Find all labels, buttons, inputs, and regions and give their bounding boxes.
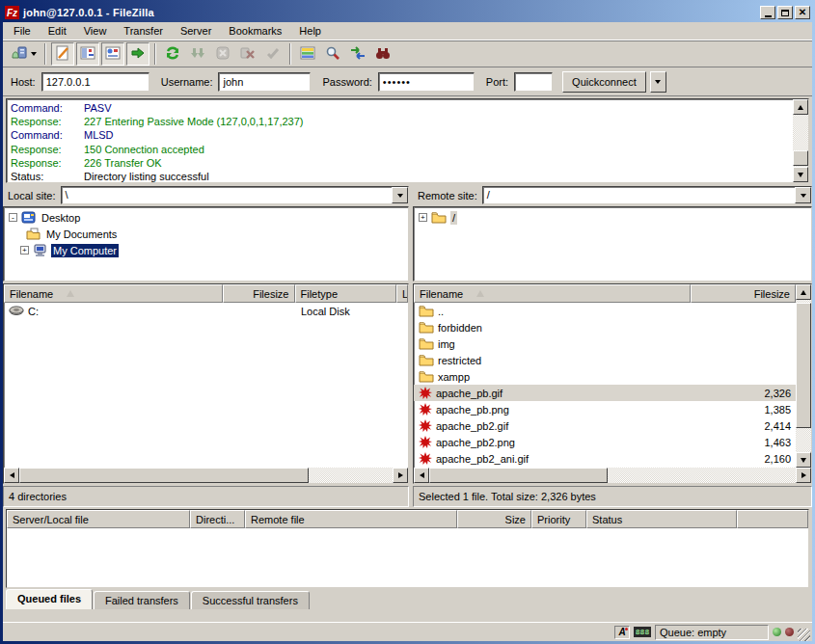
site-manager-button[interactable] [7, 42, 40, 66]
maximize-button[interactable] [777, 6, 793, 19]
quickconnect-button[interactable]: Quickconnect [562, 71, 646, 93]
site-manager-dropdown-icon [31, 52, 37, 56]
remote-file-row[interactable]: apache_pb2_ani.gif 2,160 [414, 450, 796, 467]
column-header-filesize[interactable]: Filesize [691, 284, 796, 303]
speed-limit-indicator-icon[interactable]: 888 [634, 627, 651, 637]
scrollbar-thumb[interactable] [796, 303, 811, 428]
column-header-size[interactable]: Size [457, 510, 531, 528]
remote-horizontal-scrollbar[interactable] [414, 468, 811, 483]
scrollbar-track[interactable] [429, 468, 796, 483]
local-site-dropdown-button[interactable] [392, 187, 408, 203]
tab-failed-transfers[interactable]: Failed transfers [94, 591, 190, 609]
disconnect-button[interactable] [236, 42, 259, 66]
message-log-toggle-button[interactable] [51, 42, 74, 66]
tree-item-desktop[interactable]: - Desktop [9, 209, 407, 226]
menu-server[interactable]: Server [172, 23, 220, 39]
scrollbar-track[interactable] [793, 115, 808, 167]
directory-comparison-button[interactable] [296, 42, 319, 66]
tree-item-my-documents[interactable]: My Documents [26, 226, 407, 242]
column-header-filesize[interactable]: Filesize [223, 284, 295, 303]
remote-treeview-icon [105, 45, 121, 63]
menu-bookmarks[interactable]: Bookmarks [220, 23, 290, 39]
column-header-remote-file[interactable]: Remote file [245, 510, 457, 528]
expand-icon[interactable]: + [419, 213, 427, 222]
queue-body[interactable] [7, 528, 808, 587]
arrow-down-icon [798, 173, 803, 177]
resize-grip[interactable] [798, 629, 810, 641]
cancel-button[interactable] [211, 42, 234, 66]
tab-successful-transfers[interactable]: Successful transfers [191, 591, 310, 609]
expand-icon[interactable]: + [20, 246, 29, 255]
local-site-combobox[interactable]: \ [61, 186, 409, 204]
remote-file-row[interactable]: apache_pb.png 1,385 [414, 401, 796, 417]
log-vertical-scrollbar[interactable] [793, 99, 808, 182]
my-computer-icon [33, 244, 47, 257]
tree-item-root[interactable]: + / [419, 209, 810, 226]
remote-file-row[interactable]: restricted [414, 352, 796, 368]
column-header-filetype[interactable]: Filetype [295, 284, 397, 303]
scroll-down-button[interactable] [793, 167, 808, 182]
remote-site-combobox[interactable]: / [482, 186, 812, 204]
file-search-button[interactable] [321, 42, 344, 66]
local-pane: Local site: \ - Desktop My Documents + [3, 185, 409, 507]
scrollbar-thumb[interactable] [429, 468, 608, 483]
port-input[interactable] [514, 72, 553, 92]
scroll-left-button[interactable] [414, 468, 429, 483]
titlebar[interactable]: Fz john@127.0.0.1 - FileZilla ✕ [3, 3, 812, 22]
process-queue-button[interactable] [186, 42, 209, 66]
column-header-filename[interactable]: Filename [414, 284, 691, 303]
scrollbar-thumb[interactable] [793, 150, 808, 166]
menu-view[interactable]: View [75, 23, 116, 39]
scroll-down-button[interactable] [796, 452, 811, 468]
transfer-type-indicator-icon[interactable]: A [614, 626, 630, 639]
remote-file-row[interactable]: forbidden [414, 319, 796, 335]
filename-filters-button[interactable] [371, 42, 394, 66]
image-file-icon [419, 419, 432, 433]
menu-edit[interactable]: Edit [40, 23, 75, 39]
username-input[interactable] [218, 72, 311, 92]
synchronized-browsing-button[interactable] [346, 42, 369, 66]
scroll-left-button[interactable] [4, 468, 19, 483]
scroll-up-button[interactable] [793, 99, 808, 115]
remote-treeview-toggle-button[interactable] [101, 42, 124, 66]
scroll-up-button[interactable] [796, 284, 811, 300]
remote-file-row[interactable]: apache_pb2.png 1,463 [414, 434, 796, 450]
minimize-button[interactable] [760, 6, 775, 19]
menu-help[interactable]: Help [290, 23, 330, 39]
scroll-right-button[interactable] [796, 468, 811, 483]
disconnect-icon [240, 45, 256, 63]
column-header-lastmodified[interactable]: L [396, 284, 408, 303]
collapse-icon[interactable]: - [9, 213, 17, 222]
remote-file-row[interactable]: xampp [414, 368, 796, 385]
host-input[interactable] [41, 72, 149, 92]
menu-file[interactable]: File [5, 23, 40, 39]
remote-file-row[interactable]: img [414, 335, 796, 352]
queue-toggle-button[interactable] [126, 42, 149, 66]
remote-site-dropdown-button[interactable] [795, 187, 811, 203]
remote-file-row[interactable]: .. [414, 303, 796, 319]
tree-item-my-computer[interactable]: + My Computer [20, 242, 407, 258]
refresh-icon [165, 45, 180, 63]
column-header-direction[interactable]: Directi... [190, 510, 245, 528]
remote-file-row-selected[interactable]: apache_pb.gif 2,326 [414, 385, 796, 401]
scrollbar-track[interactable] [796, 300, 811, 452]
quickconnect-dropdown-button[interactable] [650, 71, 666, 93]
reconnect-button[interactable] [261, 42, 285, 66]
local-file-row[interactable]: C: Local Disk [4, 303, 408, 319]
password-input[interactable] [378, 72, 475, 92]
refresh-button[interactable] [161, 42, 184, 66]
scrollbar-thumb[interactable] [19, 468, 309, 483]
menu-transfer[interactable]: Transfer [115, 23, 172, 39]
close-button[interactable]: ✕ [795, 6, 810, 19]
column-header-filename[interactable]: Filename [4, 284, 223, 303]
scrollbar-track[interactable] [19, 468, 393, 483]
column-header-status[interactable]: Status [586, 510, 737, 528]
remote-file-row[interactable]: apache_pb2.gif 2,414 [414, 417, 796, 434]
local-treeview-toggle-button[interactable] [76, 42, 99, 66]
scroll-right-button[interactable] [393, 468, 408, 483]
local-horizontal-scrollbar[interactable] [4, 468, 408, 483]
column-header-server-local-file[interactable]: Server/Local file [7, 510, 190, 528]
tab-queued-files[interactable]: Queued files [6, 589, 93, 609]
remote-vertical-scrollbar[interactable] [796, 284, 811, 468]
column-header-priority[interactable]: Priority [531, 510, 586, 528]
